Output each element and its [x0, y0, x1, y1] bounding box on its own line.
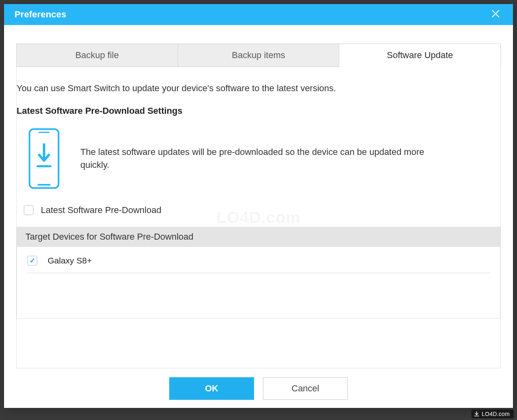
download-icon [474, 411, 479, 417]
phone-download-icon [28, 128, 60, 189]
device-name: Galaxy S8+ [48, 256, 92, 265]
ok-button[interactable]: OK [169, 377, 254, 400]
tab-backup-file[interactable]: Backup file [16, 44, 178, 67]
attribution-badge: LO4D.com [471, 410, 514, 418]
dialog-buttons: OK Cancel [16, 368, 501, 400]
intro-text: You can use Smart Switch to update your … [17, 83, 500, 97]
device-checkbox[interactable] [27, 256, 37, 265]
tab-backup-items[interactable]: Backup items [178, 44, 340, 67]
device-list: Galaxy S8+ [17, 247, 500, 319]
content-area: Backup file Backup items Software Update… [4, 25, 513, 408]
preferences-window: Preferences Backup file Backup items Sof… [4, 4, 513, 408]
window-title: Preferences [15, 9, 66, 20]
tab-panel-software-update: LO4D.com You can use Smart Switch to upd… [16, 67, 501, 368]
subheading: Latest Software Pre-Download Settings [17, 106, 500, 116]
promo-row: The latest software updates will be pre-… [28, 128, 500, 189]
close-icon[interactable] [489, 7, 502, 22]
titlebar: Preferences [4, 4, 513, 25]
target-devices-header: Target Devices for Software Pre-Download [17, 227, 500, 247]
device-row: Galaxy S8+ [27, 254, 490, 273]
predownload-checkbox[interactable] [24, 205, 34, 215]
tabstrip: Backup file Backup items Software Update [16, 44, 501, 67]
tab-software-update[interactable]: Software Update [339, 44, 501, 67]
predownload-toggle-row: Latest Software Pre-Download [24, 205, 500, 215]
cancel-button[interactable]: Cancel [263, 377, 348, 400]
predownload-checkbox-label: Latest Software Pre-Download [41, 205, 161, 215]
promo-text: The latest software updates will be pre-… [80, 146, 452, 171]
attribution-text: LO4D.com [482, 411, 510, 417]
